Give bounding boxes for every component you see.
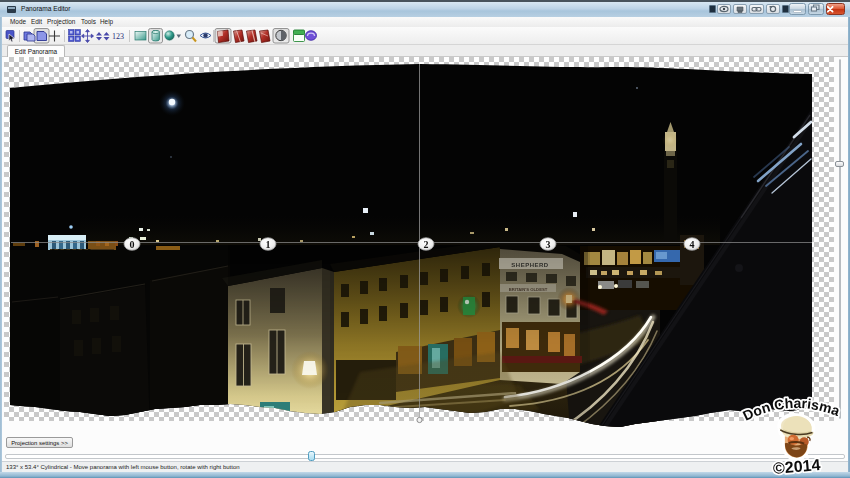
- svg-text:0: 0: [130, 239, 135, 250]
- svg-text:1: 1: [266, 239, 271, 250]
- svg-text:2: 2: [424, 239, 429, 250]
- svg-text:4: 4: [690, 239, 695, 250]
- svg-text:3: 3: [546, 239, 551, 250]
